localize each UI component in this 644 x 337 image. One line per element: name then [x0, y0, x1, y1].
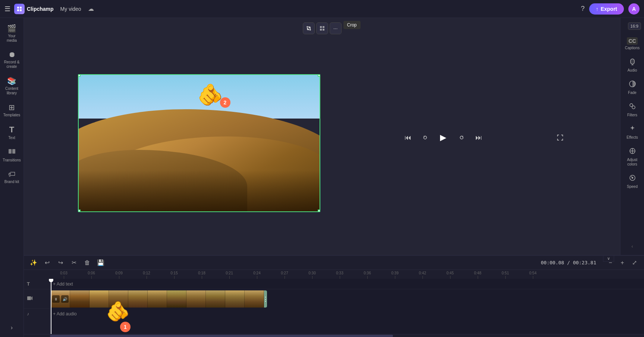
crop-handle-tr[interactable] — [318, 74, 320, 77]
crop-handle-tl[interactable] — [78, 74, 81, 77]
skip-back-button[interactable]: ⏮ — [402, 131, 414, 144]
playback-left — [320, 131, 333, 144]
svg-rect-6 — [320, 26, 322, 28]
ruler-mark: 0:06 — [78, 271, 105, 279]
expand-timeline-button[interactable]: ⤢ — [629, 258, 640, 268]
center-area: Crop ··· — [24, 18, 620, 255]
clip-end-handle[interactable]: ⋮ — [264, 290, 267, 308]
right-item-effects[interactable]: Effects — [622, 122, 643, 143]
audio-icon — [629, 58, 636, 67]
timeline-left-panel: T ♪ — [24, 279, 50, 334]
sidebar-item-templates[interactable]: ⊞ Templates — [1, 100, 22, 120]
crop-handle-br[interactable] — [318, 210, 320, 212]
redo-button[interactable]: ↪ — [55, 258, 66, 268]
scrollbar-thumb[interactable] — [50, 335, 393, 337]
timeline-content: T ♪ — [24, 279, 644, 334]
crop-button[interactable] — [303, 22, 315, 34]
magic-toolbar-button[interactable]: ✨ — [28, 258, 39, 268]
content-library-icon: 📚 — [7, 76, 16, 85]
scene-cut-button[interactable] — [320, 131, 333, 144]
layout-button[interactable] — [316, 22, 328, 34]
delete-button[interactable]: 🗑 — [82, 258, 92, 268]
project-name[interactable]: My video — [57, 4, 84, 13]
captions-icon: CC — [627, 37, 637, 45]
crop-handle-bl[interactable] — [78, 210, 81, 212]
right-item-filters[interactable]: Filters — [622, 100, 643, 120]
cursor-badge-2: 2 — [220, 97, 230, 108]
svg-rect-10 — [323, 134, 330, 141]
save-icon[interactable]: ☁ — [88, 5, 94, 12]
svg-point-15 — [632, 106, 635, 109]
hamburger-icon[interactable]: ☰ — [4, 5, 10, 13]
zoom-in-button[interactable]: + — [617, 258, 628, 268]
sidebar-item-content-library[interactable]: 📚 Content library — [1, 73, 22, 98]
sidebar-item-brand-kit[interactable]: 🏷 Brand kit — [1, 167, 22, 187]
rewind-button[interactable] — [419, 131, 431, 144]
right-item-adjust-colors[interactable]: Adjust colors — [622, 144, 643, 170]
playhead[interactable] — [51, 279, 51, 334]
clip-mute-button[interactable]: ⏸ — [52, 295, 60, 303]
export-icon: ↑ — [596, 6, 599, 12]
filters-icon — [629, 103, 636, 112]
save-clip-button[interactable]: 💾 — [95, 258, 106, 268]
right-item-label: Fade — [628, 91, 637, 95]
audio-track-icon: ♪ — [27, 311, 29, 316]
skip-forward-button[interactable]: ⏭ — [472, 131, 485, 144]
preview-wrapper: Crop ··· — [24, 18, 620, 255]
preview-toolbar: ··· — [303, 22, 342, 34]
ruler-mark: 0:48 — [464, 271, 491, 279]
timeline-area: ∨ ✨ ↩ ↪ ✂ 🗑 💾 00:00.08 / 00:23.81 − + ⤢ — [24, 255, 644, 337]
svg-rect-8 — [320, 29, 322, 31]
fullscreen-button[interactable] — [554, 131, 566, 144]
timeline-toolbar: ✨ ↩ ↪ ✂ 🗑 💾 00:00.08 / 00:23.81 − + ⤢ — [24, 256, 644, 270]
ruler-mark: 0:42 — [409, 271, 436, 279]
sidebar-item-transitions[interactable]: Transitions — [1, 145, 22, 166]
speed-icon — [629, 174, 636, 183]
brand-kit-icon: 🏷 — [8, 170, 16, 179]
add-audio-button[interactable]: + Add audio — [53, 311, 77, 316]
app-logo: Clipchamp — [14, 4, 54, 14]
play-button[interactable]: ▶ — [436, 130, 451, 145]
timeline-scrollbar[interactable] — [24, 334, 644, 337]
timeline-collapse-button[interactable]: ∨ — [603, 255, 614, 262]
sidebar-item-label: Transitions — [3, 158, 21, 163]
ruler-mark: 0:15 — [160, 271, 188, 279]
sidebar-item-label: Your media — [3, 34, 21, 43]
undo-button[interactable]: ↩ — [42, 258, 52, 268]
sidebar-item-text[interactable]: T Text — [1, 122, 22, 143]
right-item-fade[interactable]: Fade — [622, 77, 643, 98]
right-item-audio[interactable]: Audio — [622, 55, 643, 76]
aspect-ratio-badge[interactable]: 16:9 — [628, 22, 641, 30]
right-sidebar: 16:9 CC Captions Audio Fade — [620, 18, 644, 255]
video-clip[interactable]: ⏸ 🔊 ⋮ — [51, 290, 267, 308]
more-options-button[interactable]: ··· — [330, 22, 342, 34]
clip-volume-button[interactable]: 🔊 — [61, 295, 69, 303]
sidebar-item-label: Content library — [3, 86, 21, 95]
right-item-captions[interactable]: CC Captions — [622, 34, 643, 53]
ruler-mark: 0:45 — [436, 271, 464, 279]
sidebar-item-record-create[interactable]: ⏺ Record & create — [1, 47, 22, 72]
svg-point-20 — [632, 177, 633, 179]
right-collapse-button[interactable]: ‹ — [629, 241, 636, 252]
logo-icon — [14, 4, 25, 14]
help-button[interactable]: ? — [581, 5, 585, 13]
topbar-left: ☰ Clipchamp My video ☁ — [4, 4, 577, 14]
sidebar-item-label: Record & create — [3, 60, 21, 69]
avatar[interactable]: A — [628, 3, 640, 15]
svg-rect-21 — [27, 296, 31, 300]
forward-button[interactable] — [455, 131, 468, 144]
sidebar-expand-button[interactable]: › — [8, 321, 16, 334]
ruler-mark: 0:54 — [519, 271, 547, 279]
topbar-right: ? ↑ Export A — [581, 3, 640, 15]
ruler-mark: 0:03 — [50, 271, 78, 279]
ruler-marks: 0:03 0:06 0:09 0:12 — [50, 270, 547, 279]
export-button[interactable]: ↑ Export — [589, 3, 624, 15]
add-text-button[interactable]: + Add text — [53, 281, 73, 287]
right-item-speed[interactable]: Speed — [622, 171, 643, 192]
ruler-mark: 0:18 — [188, 271, 216, 279]
svg-rect-4 — [9, 149, 12, 154]
sidebar-item-your-media[interactable]: 🎬 Your media — [1, 21, 22, 46]
cut-button[interactable]: ✂ — [69, 258, 79, 268]
sidebar-item-label: Brand kit — [4, 180, 19, 184]
right-sidebar-top: 16:9 — [621, 21, 644, 31]
